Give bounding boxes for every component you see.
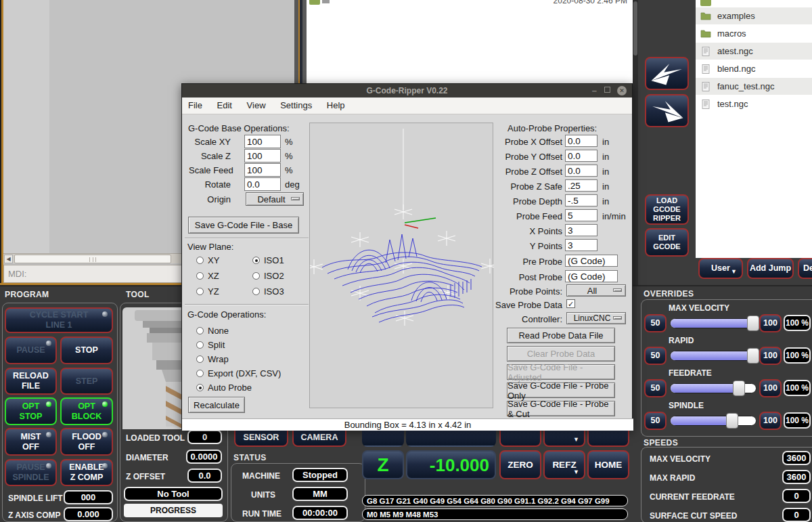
menu-settings[interactable]: Settings [274, 97, 318, 113]
max-velocity-min-button[interactable]: 50 [644, 314, 667, 332]
radio-wrap[interactable]: Wrap [196, 354, 229, 364]
slider-thumb[interactable] [733, 380, 745, 396]
dialog-titlebar[interactable]: G-Code-Ripper V0.22 – ✕ [182, 84, 632, 97]
y-points-input[interactable]: 3 [565, 239, 597, 251]
scroll-left-arrow-icon[interactable]: ◀ [4, 255, 13, 263]
ref-z-button[interactable]: REFZ ▼ [543, 450, 585, 479]
scale-xy-input[interactable]: 100 [244, 135, 281, 148]
close-icon[interactable]: ✕ [617, 86, 627, 95]
opt-stop-button[interactable]: OPT STOP [5, 397, 57, 425]
scale-z-input[interactable]: 100 [244, 149, 281, 162]
probe-feed-input[interactable]: 5 [565, 209, 597, 221]
step-button[interactable]: STEP [60, 368, 113, 395]
vertical-scroll-strip[interactable] [633, 0, 638, 285]
user-menu-button[interactable]: User ▼ [698, 258, 743, 279]
stop-button[interactable]: STOP [60, 336, 113, 364]
radio-none[interactable]: None [196, 326, 229, 336]
spindle-max-button[interactable]: 100 [759, 412, 782, 430]
probe-y-offset-input[interactable]: 0.0 [565, 150, 597, 162]
partial-button[interactable]: De [798, 258, 812, 279]
menu-view[interactable]: View [241, 97, 272, 113]
rotate-input[interactable]: 0.0 [244, 177, 281, 191]
slider-thumb[interactable] [747, 316, 759, 331]
file-row-blend[interactable]: blend.ngc [696, 60, 812, 77]
restore-icon[interactable] [604, 87, 610, 93]
feedrate-min-button[interactable]: 50 [644, 379, 667, 397]
x-points-label: X Points [500, 226, 562, 236]
feedrate-max-button[interactable]: 100 [759, 379, 782, 397]
feedrate-slider[interactable] [670, 383, 757, 393]
opt-block-button[interactable]: OPT BLOCK [60, 397, 113, 425]
save-adjusted-button[interactable]: Save G-Code File - Adjusted [507, 364, 615, 380]
minimize-icon[interactable]: – [592, 84, 597, 97]
radio-iso1[interactable]: ISO1 [252, 255, 284, 265]
vscroll-handle[interactable] [633, 1, 637, 56]
radio-auto-probe[interactable]: Auto Probe [196, 383, 252, 393]
controller-dropdown[interactable]: LinuxCNC [566, 312, 626, 324]
z-axis-letter-button[interactable]: Z [362, 450, 404, 479]
max-velocity-slider[interactable] [670, 318, 757, 328]
file-row-test[interactable]: test.ngc [696, 95, 812, 112]
recalculate-button[interactable]: Recalculate [188, 397, 245, 413]
file-row-fanuc-test[interactable]: fanuc_test.ngc [696, 78, 812, 95]
probe-depth-input[interactable]: -.5 [565, 194, 597, 206]
gcode-preview-canvas[interactable] [309, 123, 493, 408]
zero-z-button[interactable]: ZERO [499, 450, 541, 479]
home-z-button[interactable]: HOME [587, 450, 629, 479]
jump-back-button[interactable] [645, 94, 689, 127]
pause-button[interactable]: PAUSE [5, 336, 57, 364]
scale-feed-input[interactable]: 100 [244, 163, 281, 177]
save-base-button[interactable]: Save G-Code File - Base [188, 217, 299, 234]
menu-help[interactable]: Help [321, 97, 351, 113]
reload-file-button[interactable]: RELOAD FILE [5, 368, 57, 395]
probe-z-offset-input[interactable]: 0.0 [565, 165, 597, 177]
file-row-macros[interactable]: macros [696, 25, 812, 42]
add-jump-button[interactable]: Add Jump [747, 258, 794, 279]
rapid-override-label: RAPID [669, 336, 694, 345]
origin-dropdown[interactable]: Default [246, 192, 304, 206]
post-probe-input[interactable]: (G Code) [565, 270, 618, 282]
mist-button[interactable]: MIST OFF [5, 428, 57, 456]
slider-thumb[interactable] [726, 413, 738, 429]
menu-edit[interactable]: Edit [211, 97, 238, 113]
pause-spindle-button[interactable]: PAUSE SPINDLE [5, 459, 57, 486]
radio-yz[interactable]: YZ [196, 286, 219, 297]
flood-button[interactable]: FLOOD OFF [60, 428, 113, 456]
radio-xy[interactable]: XY [196, 255, 219, 265]
load-gcode-ripper-button[interactable]: LOAD GCODE RIPPER [645, 194, 689, 225]
radio-split[interactable]: Split [196, 340, 225, 350]
file-row-examples[interactable]: examples [696, 7, 812, 24]
radio-export[interactable]: Export (DXF, CSV) [196, 368, 281, 378]
hscroll-handle[interactable] [14, 255, 171, 263]
slider-thumb[interactable] [747, 348, 759, 364]
pre-probe-input[interactable]: (G Code) [565, 255, 618, 267]
probe-points-dropdown[interactable]: All [566, 284, 626, 297]
save-probe-only-button[interactable]: Save G-Code File - Probe Only [507, 383, 615, 398]
max-rapid-label: MAX RAPID [650, 473, 695, 483]
menu-file[interactable]: File [182, 97, 208, 113]
max-velocity-max-button[interactable]: 100 [759, 314, 782, 332]
radio-iso3[interactable]: ISO3 [252, 286, 284, 297]
save-probe-data-checkbox[interactable]: ✓ [566, 299, 575, 308]
file-row-atest[interactable]: atest.ngc [696, 43, 812, 60]
clear-probe-data-button[interactable]: Clear Probe Data [507, 346, 615, 362]
read-probe-data-button[interactable]: Read Probe Data File [507, 328, 615, 343]
spindle-min-button[interactable]: 50 [644, 412, 667, 430]
probe-z-safe-input[interactable]: .25 [565, 179, 597, 192]
enable-zcomp-button[interactable]: ENABLE Z COMP [60, 459, 113, 486]
rapid-slider[interactable] [670, 351, 757, 361]
x-points-input[interactable]: 3 [565, 224, 597, 236]
spindle-slider[interactable] [670, 416, 757, 426]
cnc-main-screen: ◀ MDI: 2020-08-30 2:46 PM [0, 0, 812, 522]
scale-xy-unit: % [285, 137, 293, 147]
edit-gcode-button[interactable]: EDIT GCODE [645, 228, 689, 257]
jump-forward-button[interactable] [645, 57, 689, 90]
radio-xz[interactable]: XZ [196, 271, 219, 281]
save-probe-cut-button[interactable]: Save G-Code File - Probe & Cut [507, 401, 615, 416]
rapid-min-button[interactable]: 50 [644, 347, 667, 365]
probe-x-offset-input[interactable]: 0.0 [565, 135, 597, 147]
cycle-start-button[interactable]: CYCLE START LINE 1 [5, 307, 113, 333]
rapid-max-button[interactable]: 100 [759, 347, 782, 365]
rotate-label: Rotate [189, 179, 231, 190]
radio-iso2[interactable]: ISO2 [252, 271, 284, 281]
